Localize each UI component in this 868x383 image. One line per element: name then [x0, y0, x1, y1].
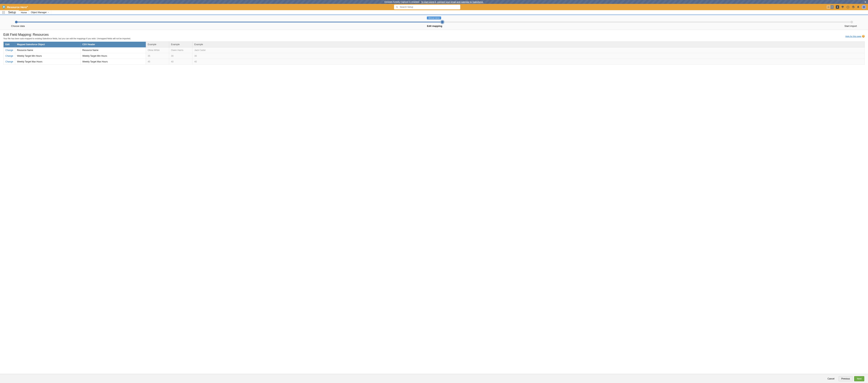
svg-point-9 — [2, 12, 3, 12]
app-launcher-icon[interactable] — [2, 11, 5, 14]
nav-title: Setup — [8, 11, 16, 14]
global-header: Resource Hero® ＋ ? — [0, 4, 868, 10]
progress-track — [16, 20, 852, 24]
chevron-down-icon[interactable] — [831, 5, 834, 9]
avatar[interactable] — [862, 5, 866, 9]
svg-point-12 — [2, 13, 3, 13]
notification-bar: Einstein Activity Capture is enabled. To… — [0, 0, 868, 4]
cell-example: 35 — [146, 53, 169, 59]
brand[interactable]: Resource Hero® — [2, 5, 28, 9]
bell-icon[interactable] — [857, 5, 860, 9]
search-icon — [396, 6, 398, 8]
table-row: ChangeResource NameResource NameOlivia W… — [3, 48, 865, 53]
help-link[interactable]: Help for this page ? — [845, 33, 865, 40]
svg-point-13 — [3, 13, 4, 13]
favorites-toggle[interactable] — [826, 5, 834, 9]
notification-text: Einstein Activity Capture is enabled. — [384, 1, 420, 3]
th-mapped: Mapped Salesforce Object — [15, 42, 81, 48]
table-row: ChangeWeekly Target Max HoursWeekly Targ… — [3, 59, 865, 65]
help-badge-icon: ? — [862, 35, 865, 38]
wizard-badge: Almost done — [427, 17, 441, 20]
svg-point-11 — [4, 12, 5, 12]
table-row: ChangeWeekly Target Min HoursWeekly Targ… — [3, 53, 865, 59]
help-icon[interactable]: ? — [846, 5, 849, 9]
step-label-2: Edit mapping — [427, 25, 442, 27]
search-input[interactable] — [400, 6, 459, 8]
cell-mapped: Weekly Target Max Hours — [15, 59, 81, 65]
cell-mapped: Resource Name — [15, 48, 81, 53]
tab-home[interactable]: Home — [19, 10, 29, 14]
mapping-table: Edit Mapped Salesforce Object CSV Header… — [3, 41, 865, 65]
step-dot-2 — [441, 21, 444, 24]
svg-point-6 — [2, 11, 3, 12]
notification-link[interactable]: To start using it, connect your email an… — [421, 1, 484, 3]
step-dot-3 — [850, 21, 853, 23]
cell-example: 40 — [169, 59, 192, 65]
svg-line-3 — [397, 7, 398, 8]
wizard-progress: Almost done Choose data Edit mapping Sta… — [0, 15, 868, 30]
change-link[interactable]: Change — [5, 49, 13, 52]
svg-point-14 — [4, 13, 5, 13]
context-nav: Setup Home Object Manager — [0, 10, 868, 14]
brand-name: Resource Hero® — [7, 5, 28, 9]
page-subtitle: Your file has been auto-mapped to existi… — [3, 37, 845, 40]
cell-example: Owen Harris — [169, 48, 192, 53]
change-link[interactable]: Change — [5, 60, 13, 63]
th-edit: Edit — [3, 42, 15, 48]
page-title: Edit Field Mapping: Resources — [3, 33, 845, 37]
change-link[interactable]: Change — [5, 55, 13, 57]
cell-example: 30 — [169, 53, 192, 59]
th-example-1: Example — [146, 42, 169, 48]
th-example-3: Example — [192, 42, 865, 48]
cell-example: 45 — [146, 59, 169, 65]
brand-shield-icon — [2, 5, 6, 9]
tab-object-manager-label: Object Manager — [31, 11, 46, 14]
help-link-label: Help for this page — [845, 35, 861, 37]
svg-point-10 — [3, 12, 4, 12]
svg-point-7 — [3, 11, 4, 12]
cell-mapped: Weekly Target Min Hours — [15, 53, 81, 59]
cell-csv: Weekly Target Min Hours — [81, 53, 146, 59]
cell-csv: Resource Name — [81, 48, 146, 53]
step-dot-1 — [15, 21, 18, 23]
th-csv: CSV Header — [81, 42, 146, 48]
svg-point-2 — [396, 6, 398, 8]
step-label-3: Start import — [844, 25, 857, 27]
chevron-down-icon — [48, 11, 49, 13]
learning-icon[interactable] — [841, 5, 844, 9]
gear-icon[interactable] — [851, 5, 855, 9]
cell-example: Olivia White — [146, 48, 169, 53]
svg-point-8 — [4, 11, 5, 12]
cell-example: Jack Carter — [192, 48, 865, 53]
cell-example: 40 — [192, 59, 865, 65]
cell-csv: Weekly Target Max Hours — [81, 59, 146, 65]
step-label-1: Choose data — [11, 25, 25, 27]
svg-text:?: ? — [847, 6, 848, 8]
global-add-button[interactable]: ＋ — [836, 5, 839, 9]
tab-object-manager[interactable]: Object Manager — [29, 10, 51, 14]
close-icon[interactable]: ✕ — [864, 1, 867, 3]
global-search[interactable] — [394, 5, 460, 9]
star-icon[interactable] — [827, 6, 831, 8]
th-example-2: Example — [169, 42, 192, 48]
cell-example: 30 — [192, 53, 865, 59]
